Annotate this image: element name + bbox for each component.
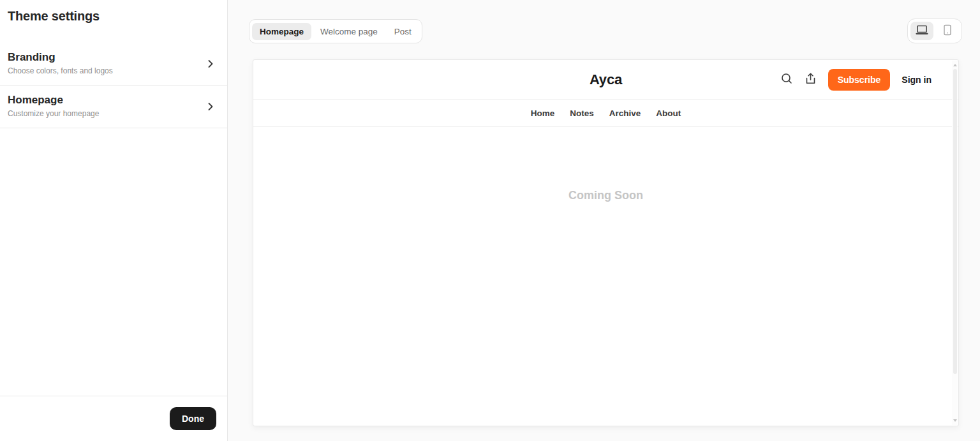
subscribe-button[interactable]: Subscribe bbox=[828, 69, 891, 91]
nav-link-archive[interactable]: Archive bbox=[609, 108, 641, 118]
done-button[interactable]: Done bbox=[170, 407, 216, 430]
laptop-icon bbox=[915, 24, 929, 38]
homepage-description: Customize your homepage bbox=[8, 109, 199, 118]
preview-site-header: Ayca bbox=[253, 60, 958, 100]
sidebar-footer: Done bbox=[0, 396, 227, 441]
preview-scrollbar[interactable] bbox=[952, 61, 958, 425]
theme-settings-sidebar: Theme settings Branding Choose colors, f… bbox=[0, 0, 228, 441]
scroll-up-icon[interactable] bbox=[952, 62, 958, 68]
chevron-right-icon bbox=[205, 59, 216, 69]
coming-soon-text: Coming Soon bbox=[253, 189, 958, 202]
share-button[interactable] bbox=[805, 72, 817, 87]
share-icon bbox=[805, 72, 817, 87]
tab-post[interactable]: Post bbox=[387, 23, 419, 40]
scroll-down-icon[interactable] bbox=[952, 417, 958, 424]
search-button[interactable] bbox=[780, 72, 793, 87]
settings-list: Branding Choose colors, fonts and logos … bbox=[0, 43, 227, 128]
tab-welcome-page[interactable]: Welcome page bbox=[313, 23, 385, 40]
preview-tab-group: Homepage Welcome page Post bbox=[249, 19, 422, 43]
nav-link-home[interactable]: Home bbox=[531, 108, 555, 118]
preview-area: Homepage Welcome page Post Ayca bbox=[228, 0, 980, 441]
device-toggle bbox=[907, 19, 962, 43]
site-title: Ayca bbox=[590, 71, 622, 88]
sidebar-item-branding[interactable]: Branding Choose colors, fonts and logos bbox=[0, 43, 227, 86]
scrollbar-thumb[interactable] bbox=[953, 69, 957, 374]
mobile-view-button[interactable] bbox=[936, 22, 959, 40]
site-preview-panel: Ayca bbox=[253, 59, 959, 426]
page-title: Theme settings bbox=[8, 9, 219, 24]
mobile-phone-icon bbox=[943, 24, 952, 38]
sign-in-link[interactable]: Sign in bbox=[902, 75, 932, 85]
search-icon bbox=[780, 72, 793, 87]
desktop-view-button[interactable] bbox=[910, 22, 933, 40]
chevron-right-icon bbox=[205, 101, 216, 112]
preview-site-nav: Home Notes Archive About bbox=[253, 100, 958, 127]
homepage-label: Homepage bbox=[8, 94, 199, 107]
nav-link-about[interactable]: About bbox=[656, 108, 681, 118]
nav-link-notes[interactable]: Notes bbox=[570, 108, 594, 118]
site-header-actions: Subscribe Sign in bbox=[780, 69, 932, 91]
branding-description: Choose colors, fonts and logos bbox=[8, 66, 199, 75]
sidebar-item-homepage[interactable]: Homepage Customize your homepage bbox=[0, 86, 227, 128]
tab-homepage[interactable]: Homepage bbox=[252, 23, 311, 40]
branding-label: Branding bbox=[8, 51, 199, 64]
preview-site-body: Coming Soon bbox=[253, 127, 958, 426]
